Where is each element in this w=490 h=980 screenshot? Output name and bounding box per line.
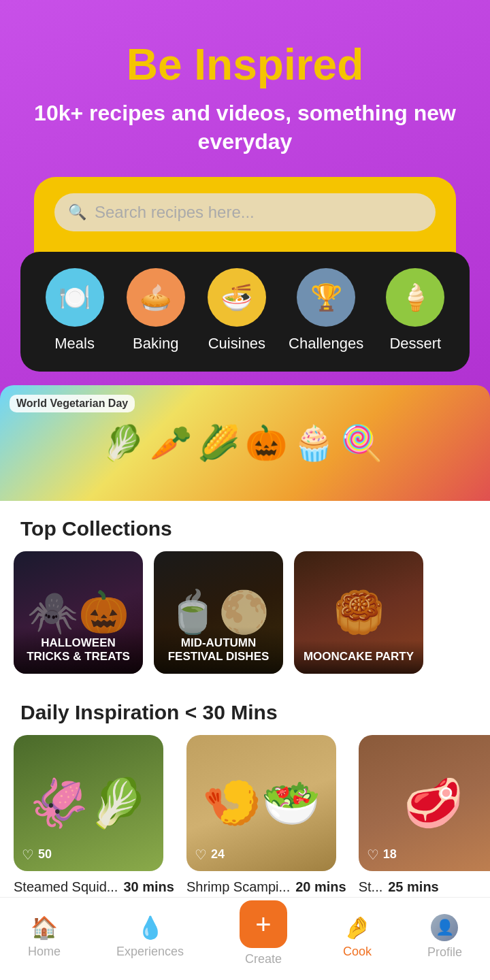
recipe-third[interactable]: 🥩 ♡ 18 St... 25 mins	[359, 735, 490, 895]
squid-heart-icon: ♡	[22, 847, 34, 863]
cuisines-label: Cuisines	[208, 335, 265, 353]
third-like-count: 18	[383, 847, 397, 862]
collection-mooncake[interactable]: 🥮 MOONCAKE PARTY	[294, 551, 423, 674]
shrimp-name: Shrimp Scampi...	[186, 879, 290, 895]
avatar: 👤	[431, 914, 458, 941]
shrimp-image: 🍤🥗 ♡ 24	[186, 735, 336, 871]
nav-create[interactable]: + Create	[240, 907, 287, 966]
third-heart-icon: ♡	[367, 847, 379, 863]
challenges-icon-circle: 🏆	[297, 268, 355, 327]
third-image: 🥩 ♡ 18	[359, 735, 490, 871]
daily-inspiration-title: Daily Inspiration < 30 Mins	[0, 694, 490, 735]
create-plus-icon: +	[255, 909, 271, 940]
challenges-label: Challenges	[289, 335, 363, 353]
mooncake-title: MOONCAKE PARTY	[294, 640, 423, 673]
search-bar[interactable]: 🔍 Search recipes here...	[54, 193, 436, 231]
mooncake-emoji: 🥮	[333, 588, 385, 636]
third-time: 25 mins	[388, 879, 438, 895]
squid-name: Steamed Squid...	[14, 879, 118, 895]
third-emoji: 🥩	[404, 775, 463, 831]
white-content-area: World Vegetarian Day 🥬🥕🌽🎃🧁🍭 Top Collecti…	[0, 385, 490, 980]
create-button[interactable]: +	[240, 900, 287, 948]
dessert-icon-circle: 🍦	[386, 268, 444, 327]
home-label: Home	[28, 945, 61, 959]
meals-icon-circle: 🍽️	[46, 268, 104, 327]
nav-experiences[interactable]: 💧 Experiences	[116, 915, 184, 959]
banner-label: World Vegetarian Day	[10, 395, 135, 412]
dessert-icon: 🍦	[399, 282, 431, 312]
search-placeholder: Search recipes here...	[95, 203, 255, 222]
hero-title: Be Inspired	[27, 41, 463, 88]
collections-scroll: 🕷️🎃 HALLOWEEN TRICKS & TREATS 🍵🌕 MID-AUT…	[0, 551, 490, 687]
midautumn-title: MID-AUTUMN FESTIVAL DISHES	[154, 627, 283, 674]
collection-halloween[interactable]: 🕷️🎃 HALLOWEEN TRICKS & TREATS	[14, 551, 143, 674]
home-icon: 🏠	[31, 915, 58, 941]
baking-icon: 🥧	[140, 282, 172, 312]
cuisines-icon-circle: 🍜	[208, 268, 266, 327]
halloween-title: HALLOWEEN TRICKS & TREATS	[14, 627, 143, 674]
cook-label: Cook	[343, 945, 372, 959]
baking-icon-circle: 🥧	[127, 268, 185, 327]
squid-image: 🦑🥬 ♡ 50	[14, 735, 163, 871]
search-icon: 🔍	[68, 203, 86, 221]
hero-subtitle: 10k+ recipes and videos, something new e…	[27, 99, 463, 156]
meals-icon: 🍽️	[59, 282, 91, 312]
cook-icon: 🤌	[344, 915, 371, 941]
nav-cook[interactable]: 🤌 Cook	[343, 915, 372, 959]
challenges-icon: 🏆	[310, 282, 342, 312]
cuisines-icon: 🍜	[220, 282, 252, 312]
baking-label: Baking	[133, 335, 178, 353]
category-item-baking[interactable]: 🥧 Baking	[127, 268, 185, 353]
third-likes: ♡ 18	[367, 847, 397, 863]
profile-label: Profile	[427, 945, 462, 960]
category-bar: 🍽️ Meals 🥧 Baking 🍜 Cuisines 🏆 Challenge…	[20, 252, 470, 372]
recipes-scroll: 🦑🥬 ♡ 50 Steamed Squid... 30 mins	[0, 735, 490, 902]
squid-likes: ♡ 50	[22, 847, 52, 863]
banner-background: World Vegetarian Day 🥬🥕🌽🎃🧁🍭	[0, 385, 490, 501]
nav-profile[interactable]: 👤 Profile	[427, 914, 462, 960]
third-info: St... 25 mins	[359, 879, 490, 895]
page-content: Be Inspired 10k+ recipes and videos, som…	[0, 0, 490, 980]
shrimp-time: 20 mins	[295, 879, 346, 895]
third-name: St...	[359, 879, 383, 895]
shrimp-heart-icon: ♡	[195, 847, 207, 863]
hero-section: Be Inspired 10k+ recipes and videos, som…	[0, 0, 490, 177]
create-label: Create	[245, 952, 282, 966]
category-item-dessert[interactable]: 🍦 Dessert	[386, 268, 444, 353]
squid-info: Steamed Squid... 30 mins	[14, 879, 174, 895]
banner-area: World Vegetarian Day 🥬🥕🌽🎃🧁🍭	[0, 385, 490, 501]
collection-midautumn[interactable]: 🍵🌕 MID-AUTUMN FESTIVAL DISHES	[154, 551, 283, 674]
recipe-steamed-squid[interactable]: 🦑🥬 ♡ 50 Steamed Squid... 30 mins	[14, 735, 174, 895]
nav-home[interactable]: 🏠 Home	[28, 915, 61, 959]
bottom-navigation: 🏠 Home 💧 Experiences + Create 🤌 Cook 👤 P…	[0, 897, 490, 980]
meals-label: Meals	[54, 335, 95, 353]
squid-like-count: 50	[38, 847, 52, 862]
shrimp-emoji: 🍤🥗	[202, 775, 321, 831]
experiences-icon: 💧	[137, 915, 164, 941]
shrimp-info: Shrimp Scampi... 20 mins	[186, 879, 346, 895]
category-item-meals[interactable]: 🍽️ Meals	[46, 268, 104, 353]
daily-inspiration-section: Daily Inspiration < 30 Mins 🦑🥬 ♡ 50 Stea…	[0, 687, 490, 915]
top-collections-title: Top Collections	[0, 501, 490, 551]
squid-time: 30 mins	[123, 879, 174, 895]
experiences-label: Experiences	[116, 945, 184, 959]
squid-emoji: 🦑🥬	[29, 775, 148, 831]
recipe-shrimp-scampi[interactable]: 🍤🥗 ♡ 24 Shrimp Scampi... 20 mins	[186, 735, 346, 895]
dessert-label: Dessert	[389, 335, 441, 353]
avatar-icon: 👤	[436, 919, 454, 936]
banner-emojis: 🥬🥕🌽🎃🧁🍭	[102, 423, 388, 463]
category-item-cuisines[interactable]: 🍜 Cuisines	[208, 268, 266, 353]
shrimp-likes: ♡ 24	[195, 847, 225, 863]
category-item-challenges[interactable]: 🏆 Challenges	[289, 268, 363, 353]
shrimp-like-count: 24	[211, 847, 225, 862]
